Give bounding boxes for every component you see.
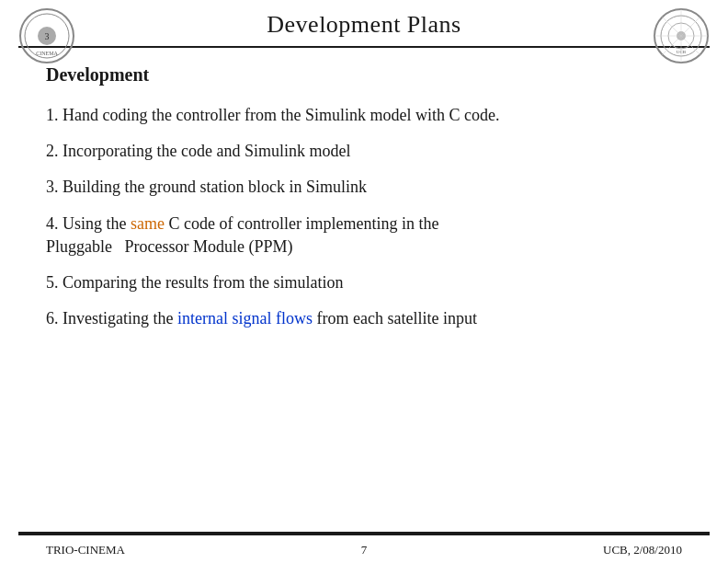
svg-text:UCB: UCB xyxy=(677,50,687,54)
item-text-prefix: 4. Using the xyxy=(46,214,131,233)
item-text-suffix: from each satellite input xyxy=(313,309,477,327)
svg-text:CINEMA: CINEMA xyxy=(36,51,58,56)
slide: 3 CINEMA Development Plans UCB xyxy=(0,0,728,563)
footer-right: UCB, 2/08/2010 xyxy=(603,543,682,557)
logo-right: UCB xyxy=(653,7,710,64)
list-item: 6. Investigating the internal signal flo… xyxy=(46,307,682,330)
item-text: 2. Incorporating the code and Simulink m… xyxy=(46,142,350,160)
header-title: Development Plans xyxy=(267,11,461,39)
items-list: 1. Hand coding the controller from the S… xyxy=(46,104,682,330)
header: 3 CINEMA Development Plans UCB xyxy=(0,0,728,46)
footer-left: TRIO-CINEMA xyxy=(46,543,125,557)
logo-left: 3 CINEMA xyxy=(18,7,75,64)
item-text-prefix: 6. Investigating the xyxy=(46,309,177,327)
footer-center: 7 xyxy=(361,543,368,557)
list-item: 4. Using the same C code of controller i… xyxy=(46,213,682,259)
item-text-highlight-blue: internal signal flows xyxy=(177,309,313,327)
item-text: 3. Building the ground station block in … xyxy=(46,178,367,196)
list-item: 5. Comparing the results from the simula… xyxy=(46,271,682,294)
item-text-highlight-orange: same xyxy=(131,214,165,233)
list-item: 1. Hand coding the controller from the S… xyxy=(46,104,682,127)
item-text: 5. Comparing the results from the simula… xyxy=(46,273,343,292)
svg-text:3: 3 xyxy=(45,31,50,41)
item-text: 1. Hand coding the controller from the S… xyxy=(46,106,499,124)
section-title: Development xyxy=(46,64,682,86)
main-content: Development 1. Hand coding the controlle… xyxy=(0,48,728,532)
list-item: 3. Building the ground station block in … xyxy=(46,176,682,199)
list-item: 2. Incorporating the code and Simulink m… xyxy=(46,140,682,163)
footer: TRIO-CINEMA 7 UCB, 2/08/2010 xyxy=(18,534,710,563)
